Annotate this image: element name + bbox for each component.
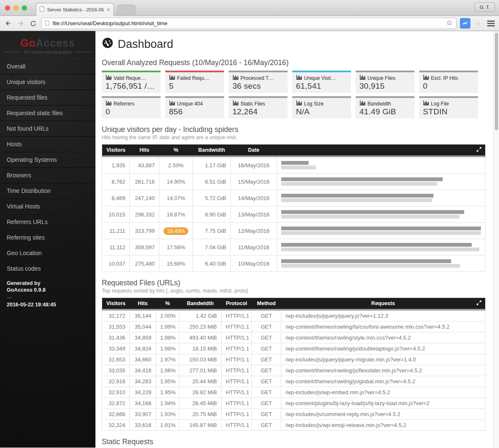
logo-go: Go <box>20 37 36 49</box>
panels-grid: Valid Reque…1,756,951 /…Failed Requ…5Pro… <box>102 71 486 119</box>
window-minimize-button[interactable] <box>13 5 18 11</box>
metric-panel: Valid Reque…1,756,951 /… <box>102 71 161 93</box>
expand-icon[interactable] <box>476 147 482 153</box>
table-row: 11,112308,59717.56%7.04 GiB11/May/2016 <box>102 239 486 256</box>
hits-cell: 275,480 <box>130 256 159 272</box>
table-row: 32,66833,9071.93%20.75 MiBHTTP/1.1GET/wp… <box>102 409 486 420</box>
main-content: Dashboard Overall Analyzed Requests (10/… <box>95 31 499 448</box>
window-close-button[interactable] <box>5 5 10 11</box>
visitors-cell: 32,910 <box>102 387 130 398</box>
requests-table-header: VisitorsHits%BandwidthProtocolMethodRequ… <box>102 298 486 310</box>
browser-tab[interactable]: Server Statistics - 2016-05 × <box>36 3 114 16</box>
column-header[interactable]: Protocol <box>222 298 252 310</box>
column-header[interactable] <box>277 145 486 157</box>
hits-cell: 33,907 <box>130 409 156 420</box>
bars-cell <box>277 190 486 206</box>
back-button[interactable] <box>3 19 13 28</box>
sidebar-item-referrers-urls[interactable]: Referrers URLs <box>0 214 95 229</box>
hits-cell: 33,616 <box>130 420 156 431</box>
sidebar-item-referring-sites[interactable]: Referring sites <box>0 229 95 245</box>
extension-lightning-icon[interactable] <box>474 19 483 28</box>
sidebar-item-requested-files[interactable]: Requested files <box>0 90 95 105</box>
forward-button[interactable] <box>16 19 25 28</box>
column-header[interactable]: Bandwidth <box>193 145 231 157</box>
visitors-cell: 8,469 <box>102 190 130 206</box>
visitors-cell: 33,349 <box>102 343 130 354</box>
method-cell: GET <box>252 332 281 343</box>
bandwidth-cell: 26.45 MiB <box>180 398 222 409</box>
protocol-cell: HTTP/1.1 <box>222 332 252 343</box>
visitors-cell: 32,916 <box>102 376 130 387</box>
column-header[interactable]: Method <box>252 298 281 310</box>
bar-chart-icon <box>296 100 302 107</box>
visitors-cell: 1,935 <box>102 156 130 174</box>
metric-value: 61,541 <box>296 82 347 91</box>
bookmark-star-icon[interactable] <box>446 19 453 28</box>
address-bar[interactable]: file:///Users/seal/Desktop/output.html#v… <box>41 18 457 29</box>
bandwidth-cell: 277.01 MiB <box>180 365 222 376</box>
column-header[interactable]: Requests <box>281 298 486 310</box>
percent-value: 16.87% <box>166 211 185 218</box>
column-header[interactable]: Bandwidth <box>180 298 222 310</box>
hits-cell: 261,716 <box>130 174 159 190</box>
sidebar-item-hosts[interactable]: Hosts <box>0 136 95 152</box>
expand-icon[interactable] <box>476 300 482 307</box>
sidebar-item-browsers[interactable]: Browsers <box>0 167 95 183</box>
hits-bar <box>281 194 433 198</box>
column-header[interactable]: Hits <box>130 298 156 310</box>
sidebar-item-virtual-hosts[interactable]: Virtual Hosts <box>0 198 95 214</box>
visitors-cell: 11,112 <box>102 239 130 256</box>
tab-close-icon[interactable]: × <box>107 7 110 13</box>
table-row: 8,762261,71614.90%6.51 GiB15/May/2016 <box>102 174 486 190</box>
hits-bar <box>281 210 464 214</box>
percent-value: 14.90% <box>166 179 185 185</box>
visitors-bar <box>281 215 459 219</box>
metric-value: 0 <box>423 82 474 91</box>
bandwidth-cell: 6.51 GiB <box>193 174 231 190</box>
visitors-cell: 11,211 <box>102 223 130 239</box>
bar-chart-icon <box>359 100 365 107</box>
visitors-cell: 32,668 <box>102 409 130 420</box>
bandwidth-cell: 250.23 MiB <box>180 322 222 332</box>
scrollbar-thumb[interactable] <box>495 33 498 130</box>
page-scrollbar[interactable] <box>493 31 499 448</box>
reload-button[interactable] <box>29 19 38 28</box>
percent-cell: 1.99% <box>156 322 180 332</box>
column-header[interactable]: Hits <box>130 145 159 157</box>
bandwidth-cell: 20.44 MiB <box>180 376 222 387</box>
menu-hamburger-icon[interactable] <box>486 19 496 28</box>
url-text[interactable]: file:///Users/seal/Desktop/output.html#v… <box>53 20 443 26</box>
percent-cell: 1.94% <box>156 398 180 409</box>
hits-cell: 34,418 <box>130 365 156 376</box>
window-zoom-button[interactable] <box>22 5 27 11</box>
sidebar-item-operating-systems[interactable]: Operating Systems <box>0 152 95 167</box>
sidebar-item-not-found-urls[interactable]: Not found URLs <box>0 121 95 136</box>
extension-pulse-icon[interactable] <box>460 18 470 29</box>
generated-timestamp: 2016-05-22 19:48:45 <box>7 301 89 308</box>
metric-value: 30,915 <box>359 82 411 91</box>
profile-button[interactable]: G. T. <box>475 3 495 12</box>
method-cell: GET <box>252 409 281 420</box>
table-row: 1,93543,8872.50%1.17 GiB16/May/2016 <box>102 156 486 174</box>
sidebar-item-geo-location[interactable]: Geo Location <box>0 245 95 261</box>
date-cell: 11/May/2016 <box>231 239 277 256</box>
column-header[interactable]: % <box>156 298 180 310</box>
column-header[interactable]: % <box>159 145 193 157</box>
column-header[interactable]: Date <box>231 145 277 157</box>
dashboard-gauge-icon <box>102 37 114 52</box>
sidebar-item-overall[interactable]: Overall <box>0 59 95 74</box>
method-cell: GET <box>252 398 281 409</box>
hits-cell: 35,044 <box>130 322 156 332</box>
sidebar-item-unique-visitors[interactable]: Unique visitors <box>0 74 95 90</box>
metric-label: Excl. IP Hits <box>431 75 458 81</box>
sidebar-item-time-distribution[interactable]: Time Distribution <box>0 183 95 198</box>
bar-chart-icon <box>423 75 429 81</box>
bandwidth-cell: 6.90 GiB <box>193 206 231 223</box>
sidebar-item-requested-static-files[interactable]: Requested static files <box>0 105 95 121</box>
sidebar-item-status-codes[interactable]: Status codes <box>0 261 95 276</box>
method-cell: GET <box>252 354 281 365</box>
new-tab-button[interactable] <box>117 5 135 15</box>
date-cell: 13/May/2016 <box>231 206 277 223</box>
column-header[interactable]: Visitors <box>102 298 130 310</box>
column-header[interactable]: Visitors <box>102 145 130 157</box>
